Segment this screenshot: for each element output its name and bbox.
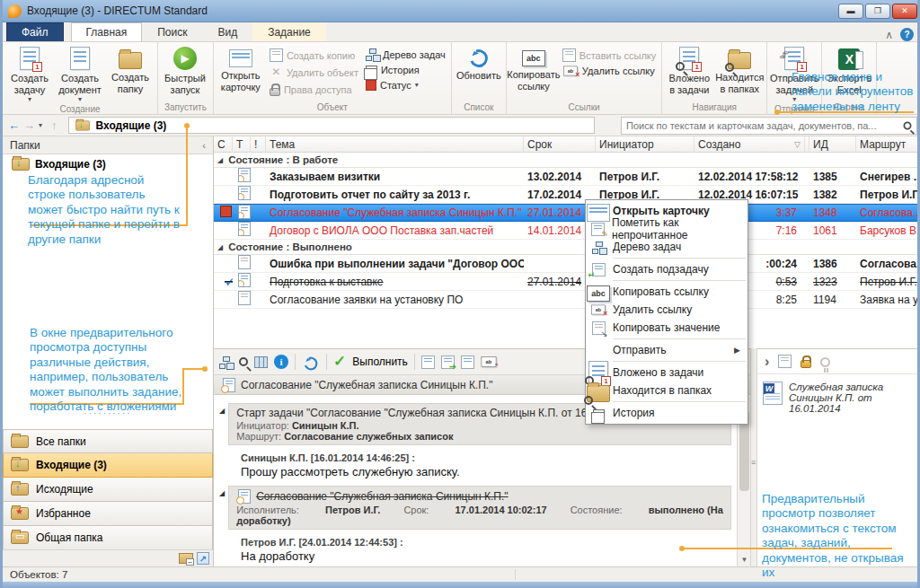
inbox-folder-icon: ↓: [12, 158, 30, 171]
task-row[interactable]: Согласование заявки на установку ПО8:251…: [214, 291, 920, 309]
sidebar-item-1[interactable]: Все папки: [3, 429, 213, 453]
execute-button[interactable]: Выполнить: [352, 355, 408, 368]
overdue-marker-icon: [220, 206, 232, 217]
grid-icon[interactable]: [254, 356, 268, 368]
expand-icon[interactable]: ›: [765, 354, 769, 370]
outbox-folder-icon: ↑: [11, 483, 29, 496]
task-row[interactable]: Ошибка при выполнении задачи "Договор ОО…: [214, 255, 920, 273]
scroll-down-icon[interactable]: ▼: [738, 553, 751, 566]
note-icon: [238, 291, 251, 305]
remove-link-icon[interactable]: ab×: [481, 356, 496, 367]
search-input[interactable]: [626, 120, 903, 131]
back-button[interactable]: ←: [8, 118, 20, 132]
task-row[interactable]: ✓Подготовка к выставке27.01.20140:531323…: [214, 273, 920, 291]
card-icon[interactable]: [421, 355, 435, 369]
copy-value-icon: ↘: [592, 321, 606, 335]
task-tree-icon[interactable]: [219, 356, 233, 368]
collapse-block-icon[interactable]: ◢: [219, 403, 225, 445]
tab-главная[interactable]: Главная: [71, 22, 143, 41]
tab-вид[interactable]: Вид: [202, 22, 252, 41]
column-header-7[interactable]: Создано▽: [694, 136, 809, 153]
ribbon-button[interactable]: Создать папку: [106, 44, 155, 103]
sidebar-item-5[interactable]: ▭Общая папка: [3, 526, 213, 550]
collapse-ribbon-icon[interactable]: ∧: [885, 29, 893, 41]
column-header-6[interactable]: Инициатор: [596, 136, 694, 153]
info-icon[interactable]: i: [274, 355, 288, 369]
menu-item[interactable]: История: [586, 404, 748, 422]
menu-item[interactable]: abcКопировать ссылку: [586, 283, 748, 301]
maximize-button[interactable]: ❐: [865, 4, 890, 19]
task-list: СТ!ТемаСрокИнициаторСоздано▽ИДМаршрут ◢С…: [214, 136, 920, 348]
menu-item[interactable]: ↘Копировать значение: [586, 319, 748, 337]
task-row[interactable]: Согласование "Служебная записка Синицын …: [214, 204, 920, 222]
sidebar-item-2[interactable]: ↓Входящие (3): [3, 453, 213, 478]
search-icon[interactable]: [904, 121, 912, 129]
ribbon-button[interactable]: 1Создать задачу▾: [5, 44, 54, 103]
task-row[interactable]: Договор с ВИОЛА ООО Поставка зап.частей1…: [214, 222, 920, 240]
ribbon-small-button[interactable]: Дерево задач: [363, 48, 448, 60]
up-button[interactable]: ↑: [51, 118, 58, 132]
ribbon-button[interactable]: 1Вложено в задачи: [665, 44, 713, 101]
sidebar-item-4[interactable]: ★Избранное: [3, 502, 213, 526]
sidebar-item-3[interactable]: ↑Исходящие: [3, 478, 213, 502]
refresh-icon[interactable]: [302, 355, 320, 373]
ribbon-small-button[interactable]: Статус▾: [363, 79, 448, 91]
signature-icon[interactable]: [820, 357, 830, 367]
menu-item[interactable]: Отправить▶: [586, 341, 748, 359]
cell-subject: Подготовить отчет по сайту за 2013 г.: [266, 189, 524, 201]
minimize-button[interactable]: ▬: [838, 4, 863, 19]
card-icon[interactable]: [778, 355, 792, 368]
tab-файл[interactable]: Файл: [6, 22, 64, 41]
ribbon-button[interactable]: abcКопировать ссылку: [509, 44, 558, 101]
ribbon: 1Создать задачу▾Создать документ▾Создать…: [3, 42, 920, 115]
ribbon-button[interactable]: Открыть карточку: [217, 44, 265, 101]
cell-route: Барсуков В....: [856, 224, 920, 237]
lock-icon[interactable]: [801, 360, 811, 368]
menu-item[interactable]: ↵Создать подзадачу: [586, 260, 748, 278]
menu-item[interactable]: 1Вложено в задачи: [586, 364, 748, 382]
forward-icon[interactable]: ➜: [441, 355, 455, 369]
ribbon-button[interactable]: ▶Быстрый запуск: [161, 44, 209, 101]
ribbon-small-button[interactable]: ab×Удалить ссылку: [560, 66, 659, 76]
ribbon-button[interactable]: Обновить: [455, 44, 503, 101]
menu-item[interactable]: ✎Пометить как непрочитанное: [586, 220, 748, 238]
task-row[interactable]: Подготовить отчет по сайту за 2013 г.17.…: [214, 186, 920, 204]
completed-check-icon: ✓: [221, 275, 233, 289]
cell-route: Согласова...: [856, 206, 920, 219]
group-header[interactable]: ◢Состояние : В работе: [214, 153, 920, 168]
column-header-2[interactable]: Т: [233, 136, 251, 153]
tab-задание[interactable]: Задание: [252, 22, 326, 41]
ribbon-button[interactable]: Создать документ▾: [56, 44, 104, 103]
breadcrumb[interactable]: ↓ Входящие (3): [68, 117, 595, 134]
paste-link-icon: [562, 48, 576, 62]
search-box[interactable]: [621, 117, 917, 135]
execute-check-icon[interactable]: ✓: [333, 354, 346, 370]
column-header-5[interactable]: Срок: [524, 136, 596, 153]
attachments-splitter[interactable]: [750, 348, 757, 566]
column-header-8[interactable]: ИД: [809, 136, 856, 153]
zoom-icon[interactable]: [239, 357, 248, 366]
history-dropdown-icon[interactable]: ▾: [39, 121, 42, 129]
cell-route: Снегирев ...: [856, 171, 920, 183]
open-in-window-icon[interactable]: ↗: [197, 552, 209, 565]
column-header-4[interactable]: Тема: [266, 136, 524, 153]
collapse-block-icon[interactable]: ◢: [219, 486, 225, 530]
help-icon[interactable]: ?: [900, 28, 914, 41]
collapse-panel-icon[interactable]: ‹: [202, 140, 206, 151]
close-button[interactable]: ✕: [892, 4, 917, 19]
column-header-1[interactable]: С: [214, 136, 233, 153]
mark-read-icon[interactable]: [461, 355, 474, 369]
ribbon-small-button[interactable]: История: [363, 64, 448, 75]
forward-button[interactable]: →: [23, 118, 35, 132]
ribbon-button[interactable]: Находится в папках: [715, 44, 764, 101]
attachment-item[interactable]: Служебная записка Синицын К.П. от 16.01.…: [757, 374, 920, 421]
task-icon: [238, 273, 251, 287]
tab-поиск[interactable]: Поиск: [142, 22, 202, 41]
sidebar-item-inbox-tree[interactable]: ↓ Входящие (3): [3, 154, 213, 172]
group-header[interactable]: ◢Состояние : Выполнено: [214, 240, 920, 255]
collapse-folders-icon[interactable]: [179, 553, 193, 564]
column-header-9[interactable]: Маршрут: [856, 136, 920, 153]
menu-item[interactable]: ab×Удалить ссылку: [586, 301, 748, 319]
task-row[interactable]: Заказываем визитки13.02.2014Петров И.Г.1…: [214, 168, 920, 186]
column-header-3[interactable]: !: [251, 136, 266, 153]
